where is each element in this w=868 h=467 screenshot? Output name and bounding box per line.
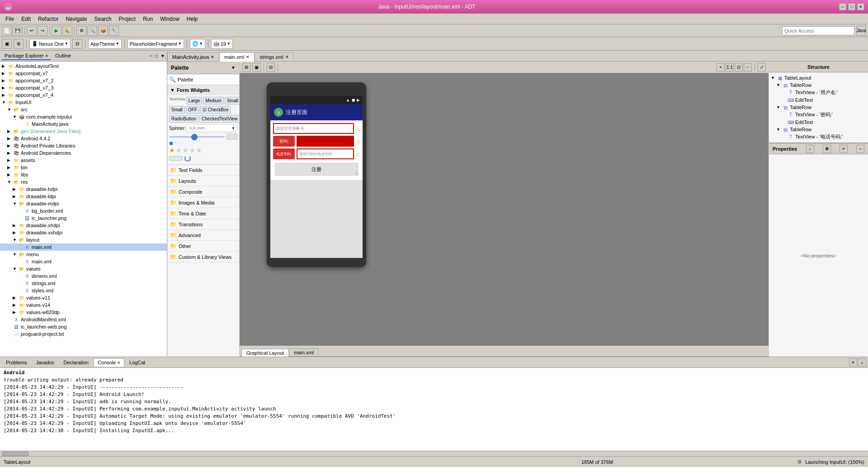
widget-checkedtextview[interactable]: CheckedTextView bbox=[199, 115, 240, 123]
fit-page-btn[interactable]: ⊞ bbox=[242, 63, 250, 72]
designer-canvas[interactable]: ▲ ◼ ▶ 🤖 注册页面 bbox=[240, 73, 769, 346]
tab-mainxml[interactable]: main.xml ✕ bbox=[219, 52, 255, 62]
toolbar-btn-3[interactable]: 📦 bbox=[98, 26, 108, 36]
new-btn[interactable]: 📄 bbox=[2, 26, 12, 36]
tree-item-android442[interactable]: ▶ 📚 Android 4.4.2 bbox=[0, 135, 167, 142]
zoom-fit-btn[interactable]: ⊡ bbox=[735, 63, 743, 71]
tree-item-drawable-hdpi[interactable]: ▶ 📁 drawable-hdpi bbox=[0, 186, 167, 193]
tab-stringsxml[interactable]: strings.xml ✕ bbox=[255, 52, 294, 61]
save-btn[interactable]: 💾 bbox=[13, 26, 23, 36]
tree-item-bg-border[interactable]: X bg_border.xml bbox=[0, 207, 167, 214]
tree-item-res[interactable]: ▼ 📂 res bbox=[0, 178, 167, 186]
tab-main-xml[interactable]: main.xml bbox=[289, 348, 319, 356]
zoom-out-btn[interactable]: − bbox=[744, 63, 752, 71]
tree-item-appcompat_v7_4[interactable]: ▶ 📁 appcompat_v7_4 bbox=[0, 91, 167, 99]
undo-btn[interactable]: ↩ bbox=[27, 26, 37, 36]
palette-category-other[interactable]: 📁 Other bbox=[167, 241, 239, 252]
star-4[interactable]: ★ bbox=[189, 147, 195, 154]
tab-logcat[interactable]: LogCat bbox=[125, 358, 149, 367]
fragment-selector[interactable]: PlaceholderFragment ▼ bbox=[127, 39, 184, 49]
palette-category-layouts[interactable]: 📁 Layouts bbox=[167, 176, 239, 186]
star-3[interactable]: ★ bbox=[183, 147, 189, 154]
toolbar-btn-1[interactable]: ⚙ bbox=[76, 26, 86, 36]
tree-item-appcompat_v7_2[interactable]: ▶ 📁 appcompat_v7_2 bbox=[0, 77, 167, 84]
star-2[interactable]: ★ bbox=[176, 147, 182, 154]
tree-item-bin[interactable]: ▶ 📁 bin bbox=[0, 164, 167, 171]
tree-item-values[interactable]: ▼ 📂 values bbox=[0, 265, 167, 272]
struct-item-textview-phone[interactable]: T TextView - '电话号码:' bbox=[771, 133, 866, 141]
palette-category-images-media[interactable]: 📁 Images & Media bbox=[167, 197, 239, 208]
radio-dot-2[interactable]: ○ bbox=[175, 141, 177, 145]
tree-item-layout[interactable]: ▼ 📂 layout bbox=[0, 236, 167, 243]
layout-view-btn[interactable]: ⊟ bbox=[267, 63, 275, 72]
tab-outline[interactable]: Outline bbox=[52, 52, 74, 60]
quick-access-input[interactable] bbox=[782, 26, 854, 35]
widget-toggle[interactable]: OFF bbox=[186, 106, 199, 114]
tree-item-com-example[interactable]: ▼ 📦 com.example.inputui bbox=[0, 113, 167, 120]
properties-expand-btn[interactable]: + bbox=[840, 145, 848, 153]
menu-search[interactable]: Search bbox=[91, 15, 115, 23]
tree-item-assets[interactable]: ▶ 📁 assets bbox=[0, 157, 167, 164]
tree-item-proguard[interactable]: 📄 proguard-project.txt bbox=[0, 330, 167, 338]
tree-item-src[interactable]: ▼ 📂 src bbox=[0, 106, 167, 113]
tab-console[interactable]: Console × bbox=[94, 358, 124, 367]
tree-item-strings[interactable]: X strings.xml bbox=[0, 280, 167, 287]
properties-sort-btn[interactable]: ↕ bbox=[806, 145, 814, 153]
radio-dot-3[interactable]: ○ bbox=[179, 141, 181, 145]
menu-help[interactable]: Help bbox=[183, 15, 202, 23]
tree-item-appcompat_v7_3[interactable]: ▶ 📁 appcompat_v7_3 bbox=[0, 84, 167, 91]
fullscreen-btn[interactable]: ⤢ bbox=[758, 63, 766, 72]
struct-item-tablerow-3[interactable]: ▼ ▤ TableRow bbox=[771, 126, 866, 133]
redo-btn[interactable]: ↪ bbox=[38, 26, 47, 36]
tree-item-drawable-ldpi[interactable]: ▶ 📁 drawable-ldpi bbox=[0, 193, 167, 200]
tree-item-drawable-mdpi[interactable]: ▼ 📂 drawable-mdpi bbox=[0, 200, 167, 207]
layout-view-btn-2[interactable]: ⊞ bbox=[14, 39, 24, 49]
palette-section-form-widgets-header[interactable]: ▼ Form Widgets bbox=[167, 85, 239, 95]
tree-item-values-v14[interactable]: ▶ 📁 values-v14 bbox=[0, 301, 167, 309]
tab-stringsxml-close[interactable]: ✕ bbox=[285, 55, 289, 59]
register-button[interactable]: 注册 bbox=[275, 163, 358, 176]
struct-item-edittext-1[interactable]: ⌨ EditText bbox=[771, 96, 866, 104]
tab-graphical-layout[interactable]: Graphical Layout bbox=[241, 349, 289, 357]
tree-item-menu[interactable]: ▼ 📂 menu bbox=[0, 251, 167, 258]
tree-item-dimens[interactable]: X dimens.xml bbox=[0, 272, 167, 280]
struct-item-edittext-2[interactable]: ⌨ EditText bbox=[771, 119, 866, 126]
tree-item-ic-launcher-web[interactable]: 🖼 ic_launcher-web.png bbox=[0, 323, 167, 330]
tree-item-libs[interactable]: ▶ 📁 libs bbox=[0, 171, 167, 178]
tree-item-android-priv[interactable]: ▶ 📚 Android Private Libraries bbox=[0, 142, 167, 149]
tree-item-menu-xml[interactable]: X main.xml bbox=[0, 258, 167, 265]
tree-item-drawable-xhdpi[interactable]: ▶ 📁 drawable-xhdpi bbox=[0, 222, 167, 229]
tree-item-drawable-xxhdpi[interactable]: ▶ 📁 drawable-xxhdpi bbox=[0, 229, 167, 236]
close-button[interactable]: ✕ bbox=[857, 3, 864, 10]
tree-item-inputui[interactable]: ▼ 📁 InputUI bbox=[0, 99, 167, 106]
star-1[interactable]: ★ bbox=[169, 147, 175, 154]
tab-declaration[interactable]: Declaration bbox=[59, 358, 93, 367]
tree-item-values-v11[interactable]: ▶ 📁 values-v11 bbox=[0, 294, 167, 301]
minimize-button[interactable]: ─ bbox=[839, 3, 846, 10]
pe-maximize-btn[interactable]: □ bbox=[155, 53, 158, 58]
star-5[interactable]: ★ bbox=[196, 147, 202, 154]
tree-item-appcompat_v7[interactable]: ▶ 📁 appcompat_v7 bbox=[0, 70, 167, 77]
struct-item-textview-username[interactable]: T TextView - '用户名:' bbox=[771, 89, 866, 96]
username-input[interactable]: 请填写登录帐号 bbox=[273, 123, 354, 134]
tree-item-android-dep[interactable]: ▶ 📚 Android Dependencies bbox=[0, 149, 167, 157]
console-clear-btn[interactable]: ✕ bbox=[849, 358, 857, 367]
console-scroll-lock-btn[interactable]: ⊥ bbox=[858, 358, 866, 367]
locale-selector[interactable]: 🌐 ▼ bbox=[190, 39, 205, 49]
tree-item-absLayoutTest[interactable]: ▶ 📁 AbsoluteLayoutTest bbox=[0, 62, 167, 70]
palette-category-custom-library[interactable]: 📁 Custom & Library Views bbox=[167, 252, 239, 262]
palette-category-advanced[interactable]: 📁 Advanced bbox=[167, 230, 239, 241]
tree-item-styles[interactable]: X styles.xml bbox=[0, 287, 167, 294]
palette-category-time-date[interactable]: 📁 Time & Date bbox=[167, 208, 239, 219]
tree-item-main-xml[interactable]: X main.xml bbox=[0, 243, 167, 251]
struct-item-tablelayout[interactable]: ▼ ▦ TableLayout bbox=[771, 74, 866, 81]
menu-navigate[interactable]: Navigate bbox=[62, 15, 90, 23]
menu-edit[interactable]: Edit bbox=[18, 15, 34, 23]
portrait-btn[interactable]: ▣ bbox=[252, 63, 261, 72]
maximize-button[interactable]: □ bbox=[848, 3, 855, 10]
palette-category-composite[interactable]: 📁 Composite bbox=[167, 186, 239, 197]
tree-item-gen[interactable]: ▶ 📂 gen [Generated Java Files] bbox=[0, 128, 167, 135]
tab-package-explorer[interactable]: Package Explorer × bbox=[2, 52, 51, 60]
palette-category-transitions[interactable]: 📁 Transitions bbox=[167, 219, 239, 230]
console-horizontal-scrollbar[interactable] bbox=[0, 451, 868, 456]
